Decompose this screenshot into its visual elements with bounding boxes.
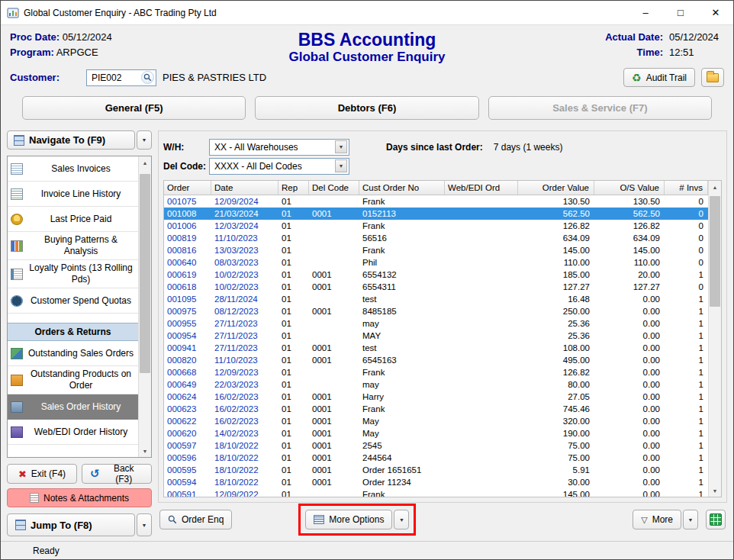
back-button[interactable]: ↺ Back (F3) [82,464,152,484]
column-header-date[interactable]: Date [211,181,278,195]
sidebar-item-sales-order-history[interactable]: Sales Order History [8,394,138,420]
cell-invs: 1 [665,293,708,305]
table-row[interactable]: 00100821/03/20240100010152113562.50562.5… [164,208,708,220]
column-header-o-s-value[interactable]: O/S Value [594,181,665,195]
cell-del-code: 0001 [309,281,359,293]
cell-order: 000640 [164,256,211,269]
table-row[interactable]: 00061810/02/20230100016554311127.27127.2… [164,281,708,293]
cell-rep: 01 [278,269,309,281]
customer-lookup-button[interactable] [141,71,154,84]
cell-web-edi-ord [445,403,518,415]
chevron-down-icon[interactable]: ▼ [335,159,347,172]
table-row[interactable]: 00059112/09/202201Frank145.000.001 [164,488,708,497]
sidebar-item-outstanding-products-on-order[interactable]: Outstanding Products on Order [8,366,138,394]
scroll-down-icon[interactable]: ▼ [709,484,721,497]
title-bar[interactable]: Global Customer Enquiry - ABC Trading Pt… [1,1,733,25]
scroll-up-icon[interactable]: ▲ [139,156,151,169]
table-row[interactable]: 00064008/03/202301Phil110.00110.000 [164,256,708,269]
table-row[interactable]: 00081911/10/20230156516634.09634.090 [164,232,708,244]
cell-date: 27/11/2023 [211,330,278,342]
table-row[interactable]: 00059618/10/202201000124456475.000.001 [164,452,708,464]
sidebar-scroll-track[interactable] [139,169,151,445]
table-row[interactable]: 00094127/11/2023010001test108.000.001 [164,342,708,354]
table-row[interactable]: 00107512/09/202401Frank130.50130.500 [164,195,708,208]
table-row[interactable]: 00062216/02/2023010001May320.000.001 [164,415,708,427]
column-header-order-value[interactable]: Order Value [518,181,594,195]
sidebar-item-label: Web/EDI Order History [27,426,135,438]
cell-cust-order-no: Phil [359,256,445,269]
notes-attachments-button[interactable]: Notes & Attachments [7,488,152,507]
cell-o-s-value: 0.00 [594,305,665,317]
table-row[interactable]: 00095527/11/202301may25.360.001 [164,317,708,330]
close-button[interactable]: ✕ [698,1,733,24]
tab-debtors[interactable]: Debtors (F6) [255,96,478,120]
exit-button[interactable]: ✖ Exit (F4) [7,464,77,484]
scroll-up-icon[interactable]: ▲ [709,181,721,193]
table-row[interactable]: 00062416/02/2023010001Harry27.050.001 [164,391,708,403]
customer-code-input[interactable]: PIE002 [86,69,156,86]
table-row[interactable]: 00062014/02/2023010001May190.000.001 [164,427,708,439]
navigate-to-dropdown[interactable]: ▼ [137,130,152,150]
cell-rep: 01 [278,305,309,317]
sidebar-item-customer-spend-quotas[interactable]: Customer Spend Quotas [8,288,138,314]
scroll-down-icon[interactable]: ▼ [139,445,151,457]
more-options-dropdown[interactable]: ▼ [394,510,409,529]
table-row[interactable]: 00097508/12/20230100018485185250.000.001 [164,305,708,317]
table-row[interactable]: 00059418/10/2022010001Order 1123430.000.… [164,476,708,488]
sidebar-item-buying-patterns-analysis[interactable]: Buying Patterns & Analysis [8,232,138,260]
audit-trail-button[interactable]: ♻ Audit Trail [623,68,695,87]
more-button[interactable]: ▽ More [633,510,681,529]
tab-general[interactable]: General (F5) [22,96,246,120]
sidebar-item-last-price-paid[interactable]: Last Price Paid [8,207,138,232]
sidebar-scroll-thumb[interactable] [140,174,150,373]
sidebar-item-web-edi-order-history[interactable]: Web/EDI Order History [8,420,138,445]
sidebar-item-invoice-line-history[interactable]: Invoice Line History [8,182,138,207]
navigate-to-button[interactable]: Navigate To (F9) [7,130,135,150]
table-row[interactable]: 00061910/02/20230100016554132185.0020.00… [164,269,708,281]
grid-scroll-thumb[interactable] [710,196,720,307]
column-header-rep[interactable]: Rep [278,181,309,195]
table-row[interactable]: 00109528/11/202401test16.480.001 [164,293,708,305]
column-header-invs[interactable]: # Invs [665,181,708,195]
documents-button[interactable] [701,68,724,87]
order-enq-button[interactable]: Order Enq [159,510,232,529]
sidebar-scrollbar[interactable]: ▲ ▼ [138,156,151,457]
table-row[interactable]: 00081613/03/202301Frank145.00145.000 [164,244,708,256]
table-row[interactable]: 00059518/10/2022010001Order 16516515.910… [164,464,708,476]
grid-scroll-track[interactable] [709,193,721,484]
sidebar-item-sales-invoices[interactable]: Sales Invoices [8,156,138,182]
table-row[interactable]: 00059718/10/2022010001254575.000.001 [164,439,708,452]
folder-icon [707,73,719,82]
chevron-down-icon[interactable]: ▼ [335,140,347,153]
table-row[interactable]: 00062316/02/2023010001Frank745.460.001 [164,403,708,415]
order-enq-label: Order Enq [182,514,224,525]
warehouse-select[interactable]: XX - All Warehouses ▼ [209,139,349,156]
minimize-button[interactable]: – [628,1,663,24]
column-header-order[interactable]: Order [164,181,211,195]
sidebar-item-outstanding-sales-orders[interactable]: Outstanding Sales Orders [8,341,138,366]
header: Proc Date: 05/12/2024 Program: ARPGCE BB… [1,25,733,65]
cell-order-value: 320.00 [518,415,594,427]
grid-scrollbar[interactable]: ▲ ▼ [708,181,721,497]
table-row[interactable]: 00066812/09/202301Frank126.820.001 [164,366,708,378]
more-dropdown[interactable]: ▼ [683,510,698,529]
column-header-del-code[interactable]: Del Code [309,181,359,195]
jump-to-dropdown[interactable]: ▼ [137,513,152,536]
customer-name: PIES & PASTRIES LTD [163,72,266,83]
sidebar-item-loyalty-points-13-rolling-pds[interactable]: Loyalty Points (13 Rolling Pds) [8,260,138,288]
maximize-button[interactable]: □ [663,1,698,24]
table-row[interactable]: 00095427/11/202301MAY25.360.001 [164,330,708,342]
export-button[interactable] [706,510,726,529]
more-options-button[interactable]: More Options [305,510,392,529]
del-code-select[interactable]: XXXX - All Del Codes ▼ [209,158,349,175]
table-row[interactable]: 00064922/03/202301may80.000.001 [164,378,708,391]
audit-trail-icon: ♻ [632,73,642,82]
cell-date: 10/02/2023 [211,281,278,293]
table-row[interactable]: 00100612/03/202401Frank126.82126.820 [164,220,708,232]
table-row[interactable]: 00082011/10/20230100016545163495.000.001 [164,354,708,366]
tab-sales-service[interactable]: Sales & Service (F7) [488,96,712,120]
cell-date: 27/11/2023 [211,342,278,354]
column-header-cust-order-no[interactable]: Cust Order No [359,181,445,195]
column-header-web-edi-ord[interactable]: Web/EDI Ord [445,181,518,195]
jump-to-button[interactable]: Jump To (F8) [7,513,135,536]
